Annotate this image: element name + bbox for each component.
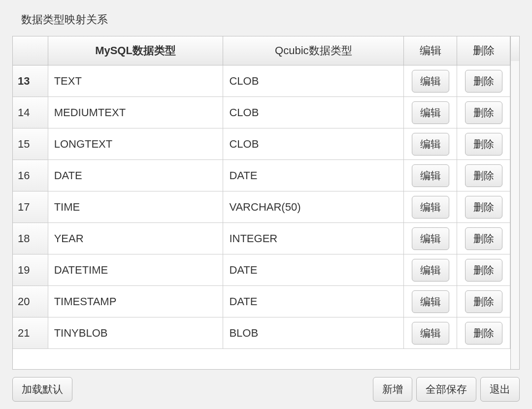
table-row[interactable]: 20TIMESTAMPDATE编辑删除 [13, 286, 510, 317]
mysql-type-cell: DATE [48, 169, 223, 182]
edit-button[interactable]: 编辑 [412, 101, 449, 124]
qcubic-type-cell: DATE [223, 264, 403, 277]
edit-button[interactable]: 编辑 [412, 227, 449, 250]
col-edit: 编辑 [404, 36, 457, 65]
col-qcubic: Qcubic数据类型 [223, 36, 404, 65]
save-all-button[interactable]: 全部保存 [416, 377, 476, 402]
col-mysql: MySQL数据类型 [48, 36, 223, 65]
table-row[interactable]: 15LONGTEXTCLOB编辑删除 [13, 128, 510, 160]
table-row[interactable]: 18YEARINTEGER编辑删除 [13, 223, 510, 254]
edit-button[interactable]: 编辑 [412, 133, 449, 156]
mapping-table: MySQL数据类型 Qcubic数据类型 编辑 删除 13TEXTCLOB编辑删… [12, 36, 520, 370]
table-row[interactable]: 19DATETIMEDATE编辑删除 [13, 254, 510, 286]
delete-button[interactable]: 删除 [465, 101, 502, 124]
qcubic-type-cell: CLOB [223, 75, 403, 88]
mysql-type-cell: TIME [48, 201, 223, 214]
qcubic-type-cell: BLOB [223, 327, 403, 340]
qcubic-type-cell: CLOB [223, 106, 403, 119]
qcubic-type-cell: VARCHAR(50) [223, 201, 403, 214]
mysql-type-cell: TINYBLOB [48, 327, 223, 340]
row-index: 19 [13, 254, 48, 286]
delete-button[interactable]: 删除 [465, 196, 502, 219]
qcubic-type-cell: CLOB [223, 138, 403, 151]
row-index: 18 [13, 223, 48, 254]
scrollbar[interactable] [510, 36, 519, 369]
table-row[interactable]: 16DATEDATE编辑删除 [13, 160, 510, 191]
delete-button[interactable]: 删除 [465, 133, 502, 156]
mysql-type-cell: TIMESTAMP [48, 295, 223, 308]
col-delete: 删除 [457, 36, 510, 65]
row-index: 13 [13, 65, 48, 97]
mysql-type-cell: LONGTEXT [48, 138, 223, 151]
delete-button[interactable]: 删除 [465, 259, 502, 282]
delete-button[interactable]: 删除 [465, 227, 502, 250]
edit-button[interactable]: 编辑 [412, 164, 449, 187]
row-index: 17 [13, 191, 48, 223]
edit-button[interactable]: 编辑 [412, 322, 449, 345]
mysql-type-cell: MEDIUMTEXT [48, 106, 223, 119]
qcubic-type-cell: INTEGER [223, 232, 403, 245]
qcubic-type-cell: DATE [223, 295, 403, 308]
page-title: 数据类型映射关系 [21, 12, 520, 27]
delete-button[interactable]: 删除 [465, 290, 502, 313]
table-row[interactable]: 21TINYBLOBBLOB编辑删除 [13, 317, 510, 349]
table-row[interactable]: 13TEXTCLOB编辑删除 [13, 65, 510, 97]
delete-button[interactable]: 删除 [465, 70, 502, 93]
row-index: 16 [13, 160, 48, 191]
mysql-type-cell: TEXT [48, 75, 223, 88]
row-index: 15 [13, 128, 48, 160]
mysql-type-cell: YEAR [48, 232, 223, 245]
load-default-button[interactable]: 加载默认 [12, 377, 72, 402]
row-index: 14 [13, 97, 48, 128]
delete-button[interactable]: 删除 [465, 164, 502, 187]
row-index: 21 [13, 317, 48, 349]
delete-button[interactable]: 删除 [465, 322, 502, 345]
mysql-type-cell: DATETIME [48, 264, 223, 277]
exit-button[interactable]: 退出 [480, 377, 520, 402]
qcubic-type-cell: DATE [223, 169, 403, 182]
edit-button[interactable]: 编辑 [412, 196, 449, 219]
edit-button[interactable]: 编辑 [412, 259, 449, 282]
col-index [13, 36, 48, 65]
edit-button[interactable]: 编辑 [412, 70, 449, 93]
add-button[interactable]: 新增 [373, 377, 412, 402]
table-row[interactable]: 14MEDIUMTEXTCLOB编辑删除 [13, 97, 510, 128]
edit-button[interactable]: 编辑 [412, 290, 449, 313]
row-index: 20 [13, 286, 48, 317]
table-row[interactable]: 17TIMEVARCHAR(50)编辑删除 [13, 191, 510, 223]
